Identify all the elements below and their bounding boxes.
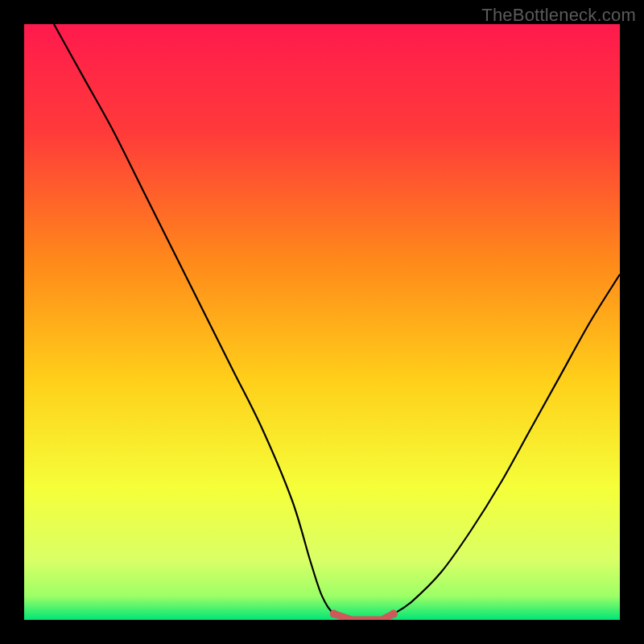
highlight-dot-right	[390, 610, 398, 618]
watermark-text: TheBottleneck.com	[481, 5, 636, 26]
outer-frame: TheBottleneck.com	[0, 0, 644, 644]
highlight-dot-left	[330, 610, 338, 618]
chart-area	[24, 24, 620, 620]
bottleneck-chart	[24, 24, 620, 620]
gradient-background	[24, 24, 620, 620]
